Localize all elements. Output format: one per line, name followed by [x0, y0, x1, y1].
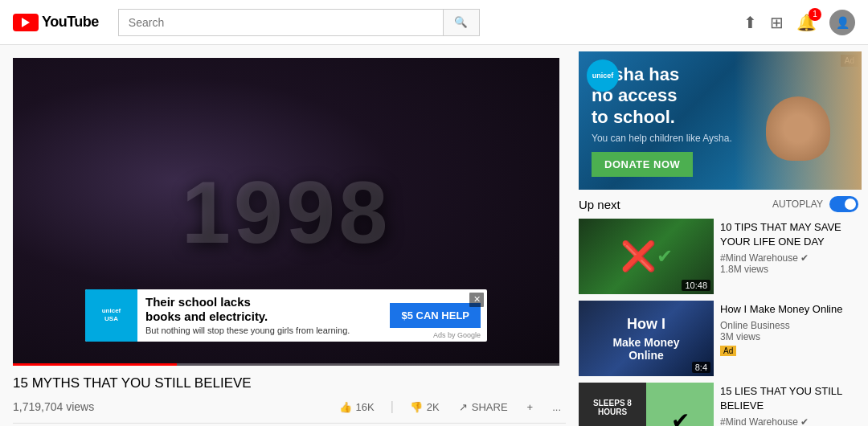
up-next-label: Up next [579, 198, 620, 211]
dislike-button[interactable]: 👎 2K [405, 398, 444, 416]
ad-overlay: ✕ unicef USA Their school lacks books an… [85, 289, 487, 342]
main-content: 1998 ✕ unicef USA Their school lacks boo… [0, 45, 868, 426]
sidebar: Ad unicef Aysha has no access to school.… [579, 45, 868, 426]
recommended-videos: ❌ ✔ 10:48 10 TIPS THAT MAY SAVE YOUR LIF… [579, 219, 862, 426]
search-bar: 🔍 [118, 9, 480, 36]
video-progress-bar [13, 363, 177, 366]
ad-banner-image[interactable]: Ad unicef Aysha has no access to school.… [579, 51, 862, 190]
ad-subtext: But nothing will stop these young girls … [145, 326, 382, 335]
youtube-logo-icon [13, 14, 39, 31]
notification-badge: 1 [809, 8, 821, 21]
autoplay-toggle[interactable] [829, 196, 858, 212]
video-progress-container[interactable] [13, 363, 559, 366]
video-card-3[interactable]: SLEEPS 8 HOURS 💤 ✔ 10:34 15 LIES THAT YO… [579, 383, 862, 426]
notifications-icon[interactable]: 🔔 1 [796, 13, 817, 32]
add-icon: + [527, 401, 534, 413]
duration-badge-1: 10:48 [682, 280, 710, 291]
add-to-button[interactable]: + [522, 398, 538, 416]
card-channel-1: #Mind Warehouse ✔ [720, 252, 858, 264]
card-title-2: How I Make Money Online [720, 302, 858, 317]
thumbnail-2: How I Make Money Online 8:4 [579, 301, 714, 376]
channel-verified-1: ✔ [800, 252, 809, 264]
search-button[interactable]: 🔍 [443, 9, 480, 36]
video-player[interactable]: 1998 ✕ unicef USA Their school lacks boo… [13, 58, 559, 366]
video-year-display: 1998 [182, 161, 391, 263]
autoplay-label: AUTOPLAY [772, 199, 823, 210]
card-info-3: 15 LIES THAT YOU STILL BELIEVE #Mind War… [720, 383, 858, 426]
sidebar-ad: Ad unicef Aysha has no access to school.… [579, 51, 862, 190]
search-input[interactable] [118, 9, 443, 36]
header: YouTube 🔍 ⬆ ⊞ 🔔 1 👤 [0, 0, 868, 45]
share-icon: ↗ [459, 401, 468, 413]
like-divider: | [391, 399, 394, 414]
action-buttons: 👍 16K | 👎 2K ↗ SHARE + ... [334, 398, 566, 416]
upload-icon[interactable]: ⬆ [743, 13, 757, 32]
ad-banner-subtext: You can help children like Aysha. [592, 133, 732, 144]
video-card-1[interactable]: ❌ ✔ 10:48 10 TIPS THAT MAY SAVE YOUR LIF… [579, 219, 862, 294]
more-button[interactable]: ... [547, 398, 566, 416]
card-views-2: 3M views [720, 331, 858, 342]
ad-headline: Their school lacks books and electricity… [145, 295, 382, 324]
header-icons: ⬆ ⊞ 🔔 1 👤 [743, 10, 855, 35]
autoplay-section: AUTOPLAY [772, 196, 858, 212]
card-info-1: 10 TIPS THAT MAY SAVE YOUR LIFE ONE DAY … [720, 219, 858, 294]
thumbs-up-icon: 👍 [339, 401, 352, 413]
card-title-3: 15 LIES THAT YOU STILL BELIEVE [720, 384, 858, 413]
search-icon: 🔍 [454, 16, 468, 28]
ad-banner-unicef-logo: unicef [587, 59, 619, 92]
donate-button[interactable]: DONATE NOW [592, 152, 693, 177]
ad-by-google: Ads by Google [433, 331, 481, 339]
apps-icon[interactable]: ⊞ [770, 13, 784, 32]
logo-text: YouTube [42, 14, 99, 31]
like-button[interactable]: 👍 16K [334, 398, 379, 416]
share-button[interactable]: ↗ SHARE [454, 398, 513, 416]
card-channel-3: #Mind Warehouse ✔ [720, 416, 858, 426]
unicef-logo-text: unicef USA [102, 307, 121, 324]
ad-cta-button[interactable]: $5 CAN HELP [390, 303, 481, 328]
youtube-logo[interactable]: YouTube [13, 14, 99, 31]
thumbnail-3: SLEEPS 8 HOURS 💤 ✔ 10:34 [579, 383, 714, 426]
up-next-header: Up next AUTOPLAY [579, 196, 862, 212]
thumbs-down-icon: 👎 [410, 401, 423, 413]
video-meta: 1,719,704 views 👍 16K | 👎 2K ↗ SHARE + [13, 398, 566, 424]
avatar[interactable]: 👤 [829, 10, 855, 35]
ad-banner-face [735, 51, 862, 190]
ad-close-button[interactable]: ✕ [469, 293, 484, 307]
card-channel-2: Online Business [720, 320, 858, 331]
card-title-1: 10 TIPS THAT MAY SAVE YOUR LIFE ONE DAY [720, 220, 858, 249]
ad-text: Their school lacks books and electricity… [137, 290, 390, 340]
card-info-2: How I Make Money Online Online Business … [720, 301, 858, 376]
video-card-2[interactable]: How I Make Money Online 8:4 How I Make M… [579, 301, 862, 376]
thumb-3-content: SLEEPS 8 HOURS 💤 ✔ [579, 383, 714, 426]
channel-verified-3: ✔ [800, 416, 809, 426]
view-count: 1,719,704 views [13, 400, 334, 413]
card-views-1: 1.8M views [720, 264, 858, 275]
ad-tag: Ad [720, 346, 736, 356]
thumbnail-1: ❌ ✔ 10:48 [579, 219, 714, 294]
video-section: 1998 ✕ unicef USA Their school lacks boo… [0, 45, 579, 426]
video-title: 15 MYTHS THAT YOU STILL BELIEVE [13, 375, 566, 391]
ad-logo: unicef USA [85, 289, 137, 342]
duration-badge-2: 8:4 [692, 362, 710, 373]
